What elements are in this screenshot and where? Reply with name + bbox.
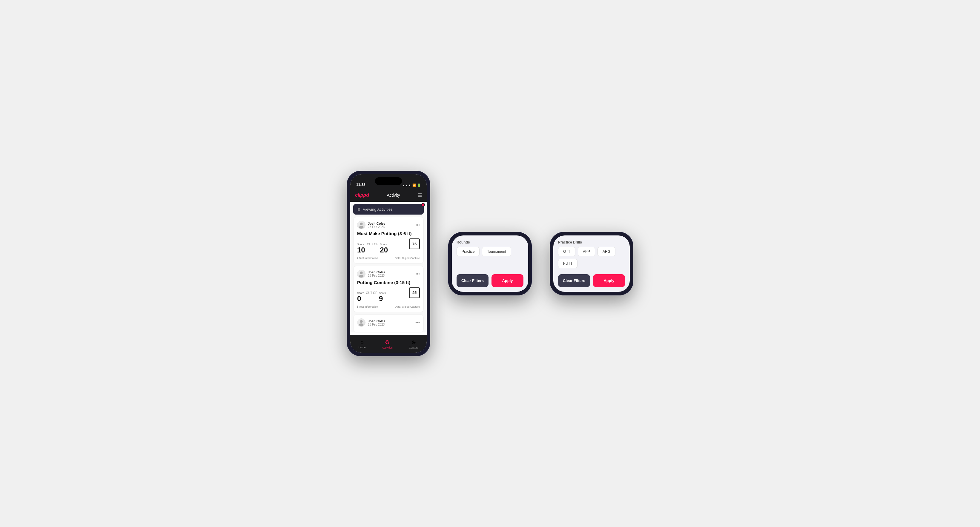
score-value-2: 0 (357, 295, 361, 303)
filter-footer-3: Clear Filters Apply (558, 274, 625, 287)
info-icon-1: ℹ (357, 257, 358, 260)
avatar-3 (357, 318, 366, 327)
activities-icon-1: ♻ (385, 339, 390, 346)
card-header-3: Josh Coles 28 Feb 2023 ••• (357, 318, 420, 327)
svg-point-1 (359, 226, 364, 229)
avatar-svg-2 (358, 270, 365, 278)
shots-label-2: Shots (379, 292, 386, 295)
tab-bar-1: ⌂ Home ♻ Activities ⊕ Capture (350, 335, 427, 353)
shots-section-1: Shots 20 (380, 243, 388, 254)
practice-btn-2[interactable]: Practice (457, 247, 480, 256)
activity-card-1[interactable]: Josh Coles 28 Feb 2023 ••• Must Make Put… (353, 217, 424, 264)
user-date-1: 28 Feb 2023 (368, 225, 385, 229)
tab-capture-1[interactable]: ⊕ Capture (409, 339, 418, 349)
shots-section-2: Shots 9 (379, 292, 386, 303)
card-title-1: Must Make Putting (3-6 ft) (357, 231, 420, 236)
phone-2: 11:33 ▲▲▲ 📶 🔋 clippd Activity ☰ (448, 232, 532, 295)
data-source-1: Data: Clippd Capture (395, 257, 420, 260)
filter-modal-3: Filter ✕ Show Rounds Practice Drills Pra… (553, 235, 630, 292)
tab-activities-label-1: Activities (382, 346, 393, 349)
activity-card-3[interactable]: Josh Coles 28 Feb 2023 ••• (353, 314, 424, 332)
avatar-inner-2 (358, 270, 365, 278)
ott-btn-3[interactable]: OTT (558, 247, 575, 256)
filter-icon-1: ⊞ (358, 207, 360, 211)
more-dots-1[interactable]: ••• (415, 222, 420, 227)
card-info-2: ℹ Test Information (357, 305, 378, 308)
avatar-svg-1 (358, 221, 365, 229)
apply-btn-3[interactable]: Apply (593, 274, 625, 287)
viewing-activities-bar-1[interactable]: ⊞ Viewing Activities (353, 204, 424, 214)
card-user-1: Josh Coles 28 Feb 2023 (357, 221, 385, 229)
more-dots-2[interactable]: ••• (415, 271, 420, 276)
tab-activities-1[interactable]: ♻ Activities (382, 339, 393, 349)
app-btn-3[interactable]: APP (578, 247, 595, 256)
card-info-1: ℹ Test Information (357, 257, 378, 260)
svg-point-3 (359, 275, 364, 277)
shots-value-2: 9 (379, 295, 383, 303)
putt-btn-3[interactable]: PUTT (558, 259, 578, 268)
activity-card-2[interactable]: Josh Coles 28 Feb 2023 ••• Putting Combi… (353, 266, 424, 313)
app-logo-1: clippd (355, 192, 369, 198)
filter-dot-1 (421, 203, 425, 206)
score-section-1: Score 10 (357, 243, 365, 254)
card-footer-1: ℹ Test Information Data: Clippd Capture (357, 257, 420, 260)
card-header-1: Josh Coles 28 Feb 2023 ••• (357, 221, 420, 229)
phone-3: 11:33 ▲▲▲ 📶 🔋 clippd Activity ☰ (550, 232, 633, 295)
svg-point-0 (360, 222, 363, 225)
apply-btn-2[interactable]: Apply (492, 274, 523, 287)
info-icon-2: ℹ (357, 305, 358, 308)
avatar-svg-3 (358, 318, 365, 327)
card-user-2: Josh Coles 28 Feb 2023 (357, 270, 385, 278)
nav-menu-1[interactable]: ☰ (418, 192, 422, 198)
card-stats-2: Score 0 OUT OF Shots 9 45 (357, 287, 420, 303)
clear-filters-btn-2[interactable]: Clear Filters (457, 274, 488, 287)
tab-home-1[interactable]: ⌂ Home (358, 339, 366, 349)
user-name-3: Josh Coles (368, 319, 385, 323)
signal-icon-1: ▲▲▲ (402, 184, 411, 187)
phone-1: 11:33 ▲▲▲ 📶 🔋 clippd Activity ☰ (347, 171, 430, 356)
out-of-2: OUT OF (366, 291, 377, 295)
user-name-1: Josh Coles (368, 222, 385, 225)
shots-value-1: 20 (380, 246, 388, 254)
nav-bar-1: clippd Activity ☰ (350, 189, 427, 202)
screen-content-1: ⊞ Viewing Activities (350, 204, 427, 332)
avatar-inner-3 (358, 319, 365, 327)
arg-btn-3[interactable]: ARG (598, 247, 616, 256)
user-info-3: Josh Coles 28 Feb 2023 (368, 319, 385, 326)
card-footer-2: ℹ Test Information Data: Clippd Capture (357, 305, 420, 308)
svg-point-2 (360, 271, 363, 274)
user-info-1: Josh Coles 28 Feb 2023 (368, 222, 385, 229)
info-text-1: Test Information (359, 257, 378, 260)
viewing-activities-text-1: Viewing Activities (363, 207, 392, 211)
wifi-icon-1: 📶 (412, 184, 416, 187)
score-label-1: Score (357, 243, 365, 246)
capture-icon-1: ⊕ (412, 339, 416, 346)
score-section-2: Score 0 (357, 292, 364, 303)
rounds-section-label-2: Rounds (457, 240, 523, 244)
drills-options-3: OTT APP ARG PUTT (558, 247, 625, 268)
tournament-btn-2[interactable]: Tournament (482, 247, 511, 256)
status-time-1: 11:33 (356, 183, 366, 187)
home-icon-1: ⌂ (360, 339, 364, 345)
avatar-1 (357, 221, 366, 229)
status-icons-1: ▲▲▲ 📶 🔋 (402, 184, 421, 187)
card-stats-1: Score 10 OUT OF Shots 20 75 (357, 238, 420, 254)
practice-drills-section-label-3: Practice Drills (558, 240, 625, 244)
clear-filters-btn-3[interactable]: Clear Filters (558, 274, 590, 287)
svg-point-5 (359, 324, 364, 326)
battery-icon-1: 🔋 (417, 184, 421, 187)
user-date-3: 28 Feb 2023 (368, 323, 385, 326)
more-dots-3[interactable]: ••• (415, 320, 420, 325)
score-value-1: 10 (357, 246, 365, 254)
shots-label-1: Shots (380, 243, 388, 246)
scene: 11:33 ▲▲▲ 📶 🔋 clippd Activity ☰ (347, 171, 633, 356)
info-text-2: Test Information (359, 305, 378, 308)
filter-footer-2: Clear Filters Apply (457, 274, 523, 287)
shot-quality-badge-2: 45 (409, 287, 420, 298)
filter-modal-overlay-2: Filter ✕ Show Rounds Practice Drills Rou… (452, 235, 528, 292)
filter-modal-overlay-3: Filter ✕ Show Rounds Practice Drills Pra… (553, 235, 630, 292)
avatar-2 (357, 270, 366, 278)
card-header-2: Josh Coles 28 Feb 2023 ••• (357, 270, 420, 278)
out-of-1: OUT OF (367, 243, 378, 246)
svg-point-4 (360, 320, 363, 323)
